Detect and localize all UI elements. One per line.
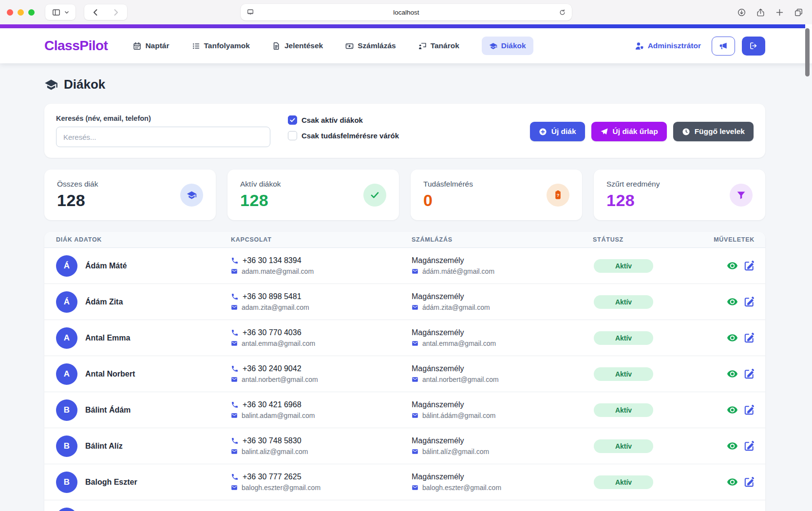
tab-overview-icon[interactable] [794, 8, 803, 17]
downloads-icon[interactable] [737, 8, 746, 17]
student-name: Balogh Eszter [85, 478, 137, 487]
search-filter-panel: Keresés (név, email, telefon) Csak aktív… [44, 104, 765, 158]
view-student-button[interactable] [727, 404, 738, 416]
table-row: A Antal Emma +36 30 770 4036 antal.emma@… [44, 320, 765, 356]
page-scrollbar[interactable] [805, 28, 810, 76]
new-tab-icon[interactable] [775, 8, 784, 17]
reload-icon[interactable] [559, 9, 566, 16]
window-controls [7, 9, 35, 16]
phone-icon [231, 365, 239, 373]
student-email: balint.aliz@gmail.com [242, 448, 308, 455]
new-student-button[interactable]: Új diák [530, 122, 585, 141]
edit-student-button[interactable] [743, 296, 755, 307]
edit-student-button[interactable] [743, 332, 755, 343]
graduation-cap-icon [489, 42, 497, 50]
app-header: ClassPilot Naptár Tanfolyamok Jelentések… [0, 28, 812, 63]
table-row: B Bálint Alíz +36 30 748 5830 balint.ali… [44, 428, 765, 464]
money-bill-icon [345, 42, 354, 50]
edit-student-button[interactable] [743, 404, 755, 416]
chevron-down-icon [64, 9, 70, 15]
billing-type: Magánszemély [412, 292, 593, 301]
table-header: DIÁK ADATOK KAPCSOLAT SZÁMLÁZÁS STÁTUSZ … [44, 232, 765, 248]
announcements-button[interactable] [712, 37, 735, 56]
avatar: Á [56, 291, 77, 313]
url-text: localhost [254, 9, 559, 16]
phone-icon [231, 401, 239, 409]
view-student-button[interactable] [727, 476, 738, 488]
new-student-form-button[interactable]: Új diák űrlap [591, 122, 667, 141]
view-student-button[interactable] [727, 296, 738, 307]
website-settings-icon[interactable] [246, 8, 254, 16]
envelope-icon [412, 304, 418, 311]
edit-student-button[interactable] [743, 260, 755, 271]
envelope-icon [231, 268, 238, 275]
nav-item-naptar[interactable]: Naptár [133, 41, 169, 50]
teacher-icon [418, 42, 427, 50]
table-row: B Balogh Eszter +36 30 777 2625 balogh.e… [44, 464, 765, 500]
status-badge: Aktív [594, 403, 653, 417]
back-icon[interactable] [91, 8, 100, 17]
nav-item-diakok[interactable]: Diákok [482, 37, 533, 55]
envelope-icon [231, 304, 238, 311]
billing-type: Magánszemély [412, 436, 593, 445]
student-phone: +36 30 134 8394 [243, 256, 302, 265]
table-row: B Bálint Ádám +36 30 421 6968 balint.ada… [44, 392, 765, 428]
billing-type: Magánszemély [412, 328, 593, 337]
page-title-text: Diákok [64, 77, 105, 92]
app-logo[interactable]: ClassPilot [44, 38, 108, 54]
phone-icon [231, 473, 239, 481]
search-input[interactable] [56, 127, 270, 147]
student-email: balint.adam@gmail.com [242, 412, 315, 419]
view-student-button[interactable] [727, 332, 738, 343]
edit-student-button[interactable] [743, 440, 755, 452]
user-shield-icon [635, 41, 644, 51]
checkbox-assessment-only[interactable]: Csak tudásfelmérésre várók [288, 131, 399, 140]
view-student-button[interactable] [727, 260, 738, 271]
nav-item-tanfolyamok[interactable]: Tanfolyamok [192, 41, 250, 50]
student-phone: +36 30 421 6968 [243, 400, 302, 409]
student-phone: +36 30 240 9042 [243, 364, 302, 373]
current-user[interactable]: Adminisztrátor [635, 41, 701, 51]
avatar: A [56, 327, 77, 349]
sidebar-toggle-button[interactable] [45, 4, 76, 20]
checkbox-active-only[interactable]: Csak aktív diákok [288, 115, 399, 125]
edit-student-button[interactable] [743, 476, 755, 488]
nav-item-tanarok[interactable]: Tanárok [418, 41, 459, 50]
status-badge: Aktív [594, 439, 653, 453]
envelope-icon [412, 376, 418, 383]
stat-assessment: Tudásfelmérés 0 ? [411, 170, 582, 220]
edit-student-button[interactable] [743, 368, 755, 379]
student-name: Bálint Ádám [85, 406, 131, 415]
envelope-icon [412, 268, 418, 275]
forward-icon[interactable] [111, 8, 120, 17]
share-icon[interactable] [756, 8, 765, 17]
student-email: antal.norbert@gmail.com [242, 376, 318, 383]
svg-text:?: ? [557, 192, 560, 197]
view-student-button[interactable] [727, 368, 738, 379]
nav-label: Számlázás [358, 41, 396, 50]
stat-filtered-result: Szűrt eredmény 128 [594, 170, 765, 220]
student-email: adam.mate@gmail.com [242, 267, 314, 275]
status-badge: Aktív [594, 367, 653, 381]
zoom-window-button[interactable] [28, 9, 35, 16]
col-actions: MŰVELETEK [688, 236, 765, 243]
billing-email: ádám.máté@gmail.com [422, 267, 494, 275]
check-icon [363, 184, 386, 207]
address-bar[interactable]: localhost [241, 4, 572, 20]
nav-item-szamlazas[interactable]: Számlázás [345, 41, 396, 50]
pending-letters-button[interactable]: Függő levelek [673, 122, 754, 141]
report-file-icon [272, 42, 281, 50]
student-name: Ádám Máté [85, 262, 127, 270]
minimize-window-button[interactable] [18, 9, 24, 16]
envelope-icon [231, 484, 238, 491]
main-nav: Naptár Tanfolyamok Jelentések Számlázás … [133, 37, 533, 55]
view-student-button[interactable] [727, 440, 738, 452]
col-billing: SZÁMLÁZÁS [412, 236, 593, 243]
close-window-button[interactable] [7, 9, 13, 16]
phone-icon [231, 329, 239, 337]
megaphone-icon [719, 41, 728, 50]
nav-item-jelentesek[interactable]: Jelentések [272, 41, 323, 50]
student-name: Antal Emma [85, 334, 130, 342]
table-row: Á Ádám Zita +36 30 898 5481 adam.zita@gm… [44, 284, 765, 320]
logout-button[interactable] [742, 37, 765, 56]
